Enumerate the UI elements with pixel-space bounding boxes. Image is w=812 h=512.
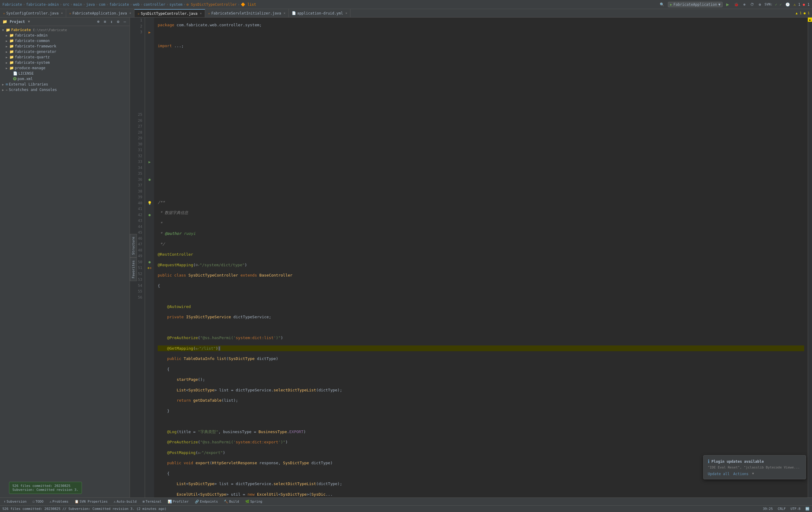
breadcrumb-web[interactable]: web [133, 2, 140, 7]
tab-terminal[interactable]: ⊞ Terminal [141, 499, 163, 504]
folder-label: fabricate-generator [15, 50, 56, 54]
breadcrumb-src[interactable]: src [63, 2, 69, 7]
minimize-icon[interactable]: — [122, 19, 127, 25]
main-layout: 📁 Project ▼ ⊕ ≡ ↕ ⚙ — ▼ 📁 Fabricate E:\t… [0, 18, 812, 497]
code-line-34: { [158, 283, 804, 289]
project-tree: ▼ 📁 Fabricate E:\test\Fabricate ▶ 📁 fabr… [0, 26, 129, 497]
tree-license[interactable]: 📄 LICENSE [0, 71, 129, 76]
tab-problems[interactable]: ⚠ Problems [48, 499, 70, 504]
code-line-blank6 [158, 106, 804, 112]
tree-external-libraries[interactable]: ▶ ⊞ External Libraries [0, 82, 129, 87]
settings-button[interactable]: ⚙ [758, 2, 762, 7]
tree-scratches-consoles[interactable]: ▶ ✏ Scratches and Consoles [0, 87, 129, 92]
tab-svn-properties[interactable]: 📋 SVN Properties [74, 499, 109, 504]
breadcrumb-main[interactable]: main [74, 2, 82, 7]
tab-fabricateservlet[interactable]: ☕ FabricateServletInitializer.java × [205, 9, 289, 17]
code-line-48: @Log(title = "字典类型", businessType = Busi… [158, 429, 804, 435]
tree-root-fabricate[interactable]: ▼ 📁 Fabricate E:\test\Fabricate [0, 27, 129, 33]
code-line-33: public class SysDictTypeController exten… [158, 272, 804, 278]
tab-spring[interactable]: 🌿 Spring [244, 499, 264, 504]
breadcrumb-fabricate-admin[interactable]: fabricate-admin [26, 2, 59, 7]
tree-fabricate-system[interactable]: ▶ 📁 fabricate-system [0, 60, 129, 65]
breadcrumb-method[interactable]: 🔶 list [241, 2, 256, 7]
breadcrumb-java[interactable]: java [86, 2, 95, 7]
tree-fabricate-admin[interactable]: ▶ 📁 fabricate-admin [0, 33, 129, 38]
tab-close[interactable]: × [129, 11, 131, 15]
tree-fabricate-quartz[interactable]: ▶ 📁 fabricate-quartz [0, 54, 129, 60]
tree-pomxml[interactable]: 🅜 pom.xml [0, 76, 129, 82]
svn-clock[interactable]: 🕐 [784, 2, 791, 7]
structure-tab[interactable]: Structure [130, 234, 137, 257]
build-icon: ⚠ [114, 500, 116, 504]
coverage-button[interactable]: ⊕ [742, 2, 747, 7]
breadcrumb-system[interactable]: system [170, 2, 182, 7]
code-line-36: @Autowired [158, 304, 804, 310]
locate-file-icon[interactable]: ⊕ [96, 19, 101, 25]
folder-label: fabricate-framework [15, 44, 56, 48]
tab-label: FabricateServletInitializer.java [211, 11, 281, 16]
gutter-icons: ▶ ▶ ● 💡 [145, 18, 154, 497]
tab-close[interactable]: × [284, 11, 286, 15]
field-icon: ● [148, 177, 150, 182]
scratches-icon: ✏ [6, 88, 8, 92]
root-label: Fabricate [11, 28, 31, 32]
tab-fabricateapplication[interactable]: ☕ FabricateApplication.java × [66, 9, 135, 17]
tab-auto-build[interactable]: ⚠ Auto-build [112, 499, 138, 504]
java-icon: ☕ [3, 11, 5, 15]
tab-close[interactable]: × [61, 11, 63, 15]
tree-fabricate-common[interactable]: ▶ 📁 fabricate-common [0, 38, 129, 44]
tree-fabricate-framework[interactable]: ▶ 📁 fabricate-framework [0, 44, 129, 49]
settings-icon[interactable]: ⚙ [116, 19, 120, 25]
tab-endpoints[interactable]: 🔗 Endpoints [194, 499, 219, 504]
tooltip-line1: 526 files committed: 20230825 [12, 484, 79, 488]
tree-fabricate-generator[interactable]: ▶ 📁 fabricate-generator [0, 49, 129, 54]
tab-sysconfigcontroller[interactable]: ☕ SysConfigController.java × [0, 9, 66, 17]
breadcrumb-fabricate2[interactable]: fabricate [109, 2, 129, 7]
run-config-selector[interactable]: ▶ FabricateApplication ▼ [668, 2, 723, 7]
folder-icon: 📁 [9, 50, 14, 54]
editor-top-right: ▲ 1 ● 1 [793, 9, 812, 17]
breadcrumb-controller[interactable]: controller [144, 2, 165, 7]
tab-todo[interactable]: ☐ TODO [31, 499, 45, 504]
collapse-all-icon[interactable]: ≡ [103, 19, 108, 25]
code-line-blank7 [158, 116, 804, 122]
tab-applicationdruid[interactable]: 📄 application-druid.yml × [289, 9, 351, 17]
breadcrumb-controller-class[interactable]: ⚙ SysDictTypeController [186, 2, 236, 7]
breadcrumb-fabricate[interactable]: Fabricate [2, 2, 22, 7]
run-button[interactable]: ▶ [725, 1, 730, 8]
tab-close[interactable]: × [200, 12, 202, 15]
status-encoding[interactable]: UTF-8 [790, 507, 801, 511]
actions-link[interactable]: Actions [733, 472, 749, 476]
tab-build[interactable]: 🔨 Build [223, 499, 240, 504]
profiler-icon: 📊 [168, 500, 172, 504]
expand-arrow: ▶ [5, 45, 8, 48]
top-bar-right: 🔍 ▶ FabricateApplication ▼ ▶ 🐞 ⊕ ⏱ ⚙ SVN… [659, 1, 810, 8]
tab-close[interactable]: × [345, 11, 347, 15]
code-line-35 [158, 293, 804, 299]
folder-label: produce-manage [15, 66, 45, 70]
expand-arrow: ▶ [5, 56, 8, 59]
status-line-ending[interactable]: CRLF [778, 507, 786, 511]
update-all-link[interactable]: Update all [708, 472, 729, 476]
status-commit-msg[interactable]: 526 files committed: 20230825 // Subvers… [2, 507, 167, 511]
code-content[interactable]: package com.fabricate.web.controller.sys… [154, 18, 808, 497]
sort-icon[interactable]: ↕ [109, 19, 114, 25]
tab-subversion[interactable]: ↑ Subversion [2, 499, 28, 504]
expand-arrow: ▼ [1, 28, 5, 32]
status-position[interactable]: 39:25 [763, 507, 773, 511]
code-line-2 [158, 33, 804, 39]
profiler-button[interactable]: ⏱ [749, 2, 755, 7]
tab-profiler[interactable]: 📊 Profiler [167, 499, 190, 504]
tab-sysdicttype[interactable]: ☕ SysDictTypeController.java × [135, 9, 205, 17]
expand-arrow: ▶ [5, 61, 8, 64]
search-icon[interactable]: 🔍 [659, 2, 666, 7]
actions-dropdown-icon[interactable]: ▼ [752, 472, 754, 476]
favorites-tab[interactable]: Favorites [130, 257, 137, 281]
tree-produce-manage[interactable]: ▶ 📁 produce-manage [0, 65, 129, 71]
debug-button[interactable]: 🐞 [733, 2, 740, 7]
breadcrumb-com[interactable]: com [99, 2, 106, 7]
tab-label: SysDictTypeController.java [141, 11, 198, 16]
code-line-blank11 [158, 158, 804, 164]
tab-label: Profiler [173, 500, 189, 504]
project-dropdown-icon[interactable]: ▼ [28, 20, 30, 24]
